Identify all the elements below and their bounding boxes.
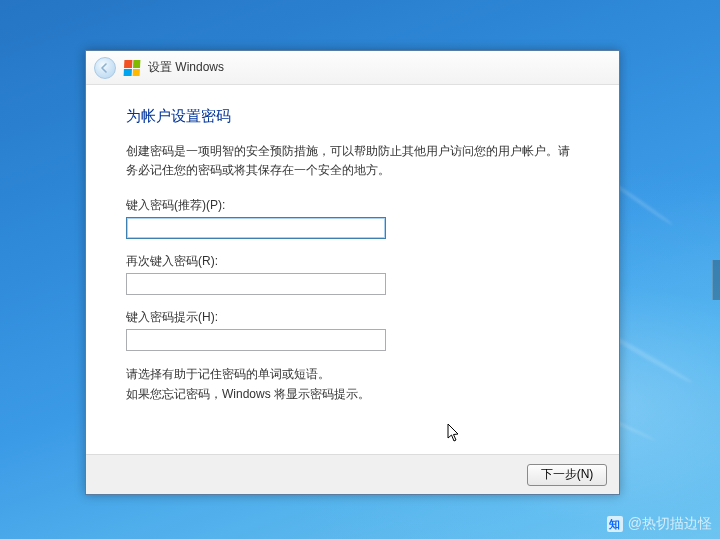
edge-panel xyxy=(712,260,720,300)
help-line-1: 请选择有助于记住密码的单词或短语。 xyxy=(126,365,579,385)
footer-bar: 下一步(N) xyxy=(86,454,619,494)
next-button[interactable]: 下一步(N) xyxy=(527,464,607,486)
back-button[interactable] xyxy=(94,57,116,79)
setup-window: 设置 Windows 为帐户设置密码 创建密码是一项明智的安全预防措施，可以帮助… xyxy=(85,50,620,495)
password-label: 键入密码(推荐)(P): xyxy=(126,197,579,214)
description-text: 创建密码是一项明智的安全预防措施，可以帮助防止其他用户访问您的用户帐户。请务必记… xyxy=(126,142,579,179)
zhihu-logo-icon: 知 xyxy=(607,516,623,532)
hint-label: 键入密码提示(H): xyxy=(126,309,579,326)
help-line-2: 如果您忘记密码，Windows 将显示密码提示。 xyxy=(126,385,579,405)
page-heading: 为帐户设置密码 xyxy=(126,107,579,126)
window-title: 设置 Windows xyxy=(148,59,224,76)
help-text: 请选择有助于记住密码的单词或短语。 如果您忘记密码，Windows 将显示密码提… xyxy=(126,365,579,405)
hint-input[interactable] xyxy=(126,329,386,351)
password-input[interactable] xyxy=(126,217,386,239)
titlebar: 设置 Windows xyxy=(86,51,619,85)
watermark: 知 @热切描边怪 xyxy=(607,515,712,533)
back-arrow-icon xyxy=(100,63,110,73)
windows-flag-icon xyxy=(124,60,141,76)
confirm-password-input[interactable] xyxy=(126,273,386,295)
watermark-text: @热切描边怪 xyxy=(628,515,712,533)
confirm-password-label: 再次键入密码(R): xyxy=(126,253,579,270)
content-area: 为帐户设置密码 创建密码是一项明智的安全预防措施，可以帮助防止其他用户访问您的用… xyxy=(86,85,619,454)
